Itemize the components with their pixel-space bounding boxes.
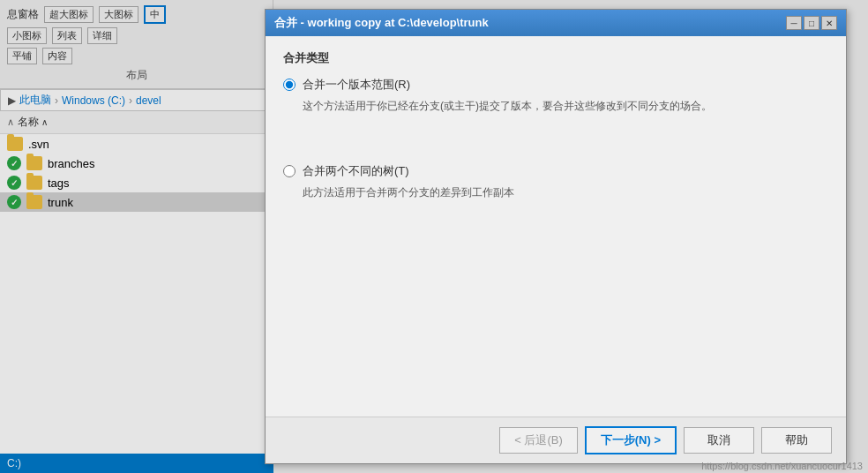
watermark: https://blog.csdn.net/xuancuocur1413 (701, 461, 863, 471)
dialog-title-bar: 合并 - working copy at C:\develop\trunk ─ … (266, 10, 846, 36)
dialog-content: 合并类型 合并一个版本范围(R) 这个方法适用于你已经在分支(或主干)提交了版本… (266, 36, 846, 417)
back-button[interactable]: < 后退(B) (499, 427, 578, 454)
option-2-description: 此方法适用于合并两个分支的差异到工作副本 (303, 184, 514, 200)
option-2-label[interactable]: 合并两个不同的树(T) (303, 163, 514, 179)
dialog-title: 合并 - working copy at C:\develop\trunk (274, 15, 489, 31)
section-title: 合并类型 (283, 50, 828, 66)
close-button[interactable]: ✕ (821, 16, 837, 30)
radio-option-2[interactable] (283, 165, 296, 177)
maximize-button[interactable]: □ (804, 16, 819, 30)
next-button[interactable]: 下一步(N) > (585, 426, 677, 454)
minimize-button[interactable]: ─ (786, 16, 802, 30)
option-1-label[interactable]: 合并一个版本范围(R) (303, 77, 712, 93)
dialog-footer: < 后退(B) 下一步(N) > 取消 帮助 (266, 417, 846, 463)
cancel-button[interactable]: 取消 (684, 427, 754, 454)
merge-dialog: 合并 - working copy at C:\develop\trunk ─ … (265, 9, 847, 464)
merge-option-2: 合并两个不同的树(T) 此方法适用于合并两个分支的差异到工作副本 (283, 163, 828, 200)
radio-option-1[interactable] (283, 79, 296, 91)
title-bar-controls: ─ □ ✕ (786, 16, 837, 30)
option-1-description: 这个方法适用于你已经在分支(或主干)提交了版本，要合并这些修改到不同分支的场合。 (303, 98, 712, 114)
merge-option-1: 合并一个版本范围(R) 这个方法适用于你已经在分支(或主干)提交了版本，要合并这… (283, 77, 828, 114)
help-button[interactable]: 帮助 (761, 427, 832, 454)
